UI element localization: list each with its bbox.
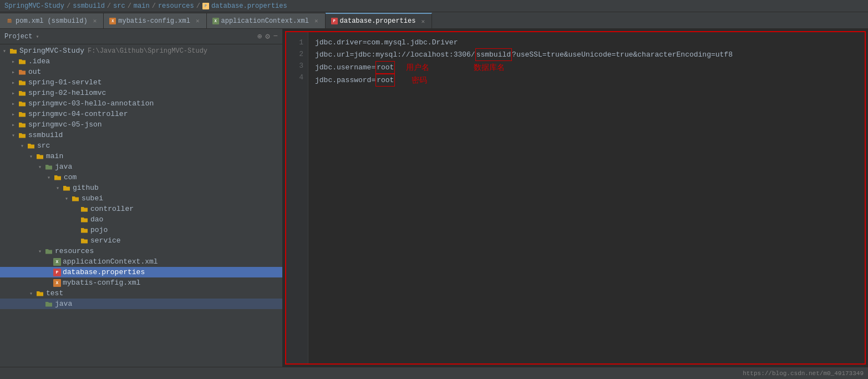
tree-item-spring02[interactable]: spring-02-hellomvc [0,88,282,98]
tree-item-service[interactable]: service [0,235,282,246]
folder-icon-springmvc05 [18,121,27,129]
project-tree: SpringMVC-Study F:\Java\Github\SpringMVC… [0,44,282,367]
tree-item-mybatisfile[interactable]: X mybatis-config.xml [0,277,282,288]
file-icon-dbpropsfile: P [53,269,61,276]
tree-label-com: com [64,173,77,181]
tree-item-src[interactable]: src [0,140,282,151]
tree-item-java[interactable]: java [0,161,282,172]
tree-item-controller[interactable]: controller [0,204,282,214]
sidebar-dropdown-icon[interactable]: ▾ [35,33,39,40]
breadcrumb-file-icon: P [202,3,209,9]
line-num-2: 2 [291,48,303,60]
tree-item-resources[interactable]: resources [0,246,282,256]
tree-arrow-springmvc05[interactable] [9,122,18,128]
tree-item-subei[interactable]: subei [0,193,282,204]
code-editor[interactable]: jdbc.driver=com.mysql.jdbc.Driver jdbc.u… [308,32,865,363]
sidebar-title: Project ▾ [4,33,39,41]
tree-item-spring01[interactable]: spring-01-servlet [0,77,282,88]
breadcrumb-item-3[interactable]: src [113,2,125,10]
tree-item-test[interactable]: test [0,288,282,299]
breadcrumb: SpringMVC-Study / ssmbuild / src / main … [0,0,868,12]
tree-arrow-springmvc04[interactable] [9,111,18,118]
tree-label-ssmbuild: ssmbuild [28,131,63,139]
tab-close-dbprops[interactable]: ✕ [421,18,425,25]
tab-pom[interactable]: m pom.xml (ssmbuild) ✕ [0,13,104,28]
tree-arrow-idea[interactable] [9,58,18,65]
sidebar-icon-add[interactable]: ⊕ [257,32,262,41]
tree-label-appcontextfile: applicationContext.xml [63,257,158,266]
tab-close-appcontext[interactable]: ✕ [314,17,318,24]
tree-item-github[interactable]: github [0,183,282,193]
breadcrumb-item-4[interactable]: main [134,2,150,10]
tree-item-ssmbuild[interactable]: ssmbuild [0,130,282,140]
tree-item-idea[interactable]: .idea [0,56,282,67]
tree-arrow-test[interactable] [27,290,35,297]
editor-content[interactable]: 1 2 3 4 jdbc.driver=com.mysql.jdbc.Drive… [285,31,866,365]
tree-label-spring01: spring-01-servlet [28,78,102,87]
tree-arrow-resources[interactable] [35,248,44,255]
tree-arrow-com[interactable] [44,174,53,181]
status-url: https://blog.csdn.net/m0_49173349 [743,370,864,377]
sidebar-icon-minus[interactable]: − [273,32,278,41]
tab-icon-appcontext: X [212,18,219,24]
tree-arrow-root[interactable] [0,48,9,54]
tree-arrow-spring02[interactable] [9,90,18,97]
breadcrumb-item-6[interactable]: database.properties [211,2,287,10]
folder-icon-idea [18,58,27,65]
tree-item-dbpropsfile[interactable]: P database.properties [0,267,282,277]
tree-arrow-spring01[interactable] [9,79,18,86]
tree-arrow-springmvc03[interactable] [9,100,18,107]
folder-icon-ssmbuild [18,132,27,139]
breadcrumb-item-1[interactable]: SpringMVC-Study [4,2,64,10]
tree-label-java: java [55,163,72,171]
editor-area: 1 2 3 4 jdbc.driver=com.mysql.jdbc.Drive… [283,29,868,367]
code-line-1: jdbc.driver=com.mysql.jdbc.Driver [315,37,858,48]
tree-label-resources: resources [55,247,94,255]
line-num-4: 4 [291,72,303,83]
folder-icon-springmvc04 [18,110,27,118]
tree-arrow-ssmbuild[interactable] [9,132,18,139]
folder-icon-pojo [80,226,89,234]
breadcrumb-item-2[interactable]: ssmbuild [73,2,105,10]
tree-item-main[interactable]: main [0,151,282,161]
tree-item-pojo[interactable]: pojo [0,225,282,235]
code-line-4-highlighted: root [375,74,395,87]
tree-item-dao[interactable]: dao [0,214,282,225]
tab-dbprops[interactable]: P database.properties ✕ [326,13,432,28]
tree-label-testjava: java [55,300,72,308]
tree-item-root[interactable]: SpringMVC-Study F:\Java\Github\SpringMVC… [0,46,282,56]
tree-item-com[interactable]: com [0,172,282,183]
sidebar-icon-gear[interactable]: ⚙ [265,32,270,41]
tree-item-appcontextfile[interactable]: X applicationContext.xml [0,256,282,267]
tree-arrow-src[interactable] [18,143,27,149]
tree-label-springmvc03: springmvc-03-hello-annotation [28,99,154,108]
tree-arrow-subei[interactable] [62,195,71,202]
tree-arrow-java[interactable] [35,164,44,170]
folder-icon-main [35,153,44,160]
line-numbers: 1 2 3 4 [286,32,308,363]
tab-appcontext[interactable]: X applicationContext.xml ✕ [207,13,326,28]
tab-close-mybatis[interactable]: ✕ [196,17,200,24]
tab-close-pom[interactable]: ✕ [93,17,97,24]
tab-mybatis[interactable]: X mybatis-config.xml ✕ [104,13,206,28]
tree-item-out[interactable]: out [0,67,282,77]
tree-item-springmvc04[interactable]: springmvc-04-controller [0,109,282,119]
tree-arrow-main[interactable] [27,153,35,160]
tree-path-root: F:\Java\Github\SpringMVC-Study [88,47,207,55]
code-line-3: jdbc.username=root 用户名 数据库名 [315,61,858,74]
sidebar-icons: ⊕ ⚙ − [257,32,278,41]
folder-icon-spring02 [18,89,27,97]
tree-item-testjava[interactable]: java [0,299,282,309]
tree-arrow-github[interactable] [53,185,62,191]
code-line-2-suffix: ?useSSL=true&useUnicode=true&characterEn… [512,49,733,60]
file-icon-appcontextfile: X [53,258,61,266]
tree-item-springmvc05[interactable]: springmvc-05-json [0,119,282,130]
tree-arrow-out[interactable] [9,69,18,75]
code-line-2-highlighted: ssmbuild [475,48,512,61]
tree-item-springmvc03[interactable]: springmvc-03-hello-annotation [0,98,282,109]
code-line-2: jdbc.url=jdbc:mysql://localhost:3306/ssm… [315,48,858,61]
tree-label-mybatisfile: mybatis-config.xml [63,279,140,287]
folder-icon-resources [44,247,53,255]
tab-icon-dbprops: P [331,18,338,24]
breadcrumb-item-5[interactable]: resources [158,2,194,10]
